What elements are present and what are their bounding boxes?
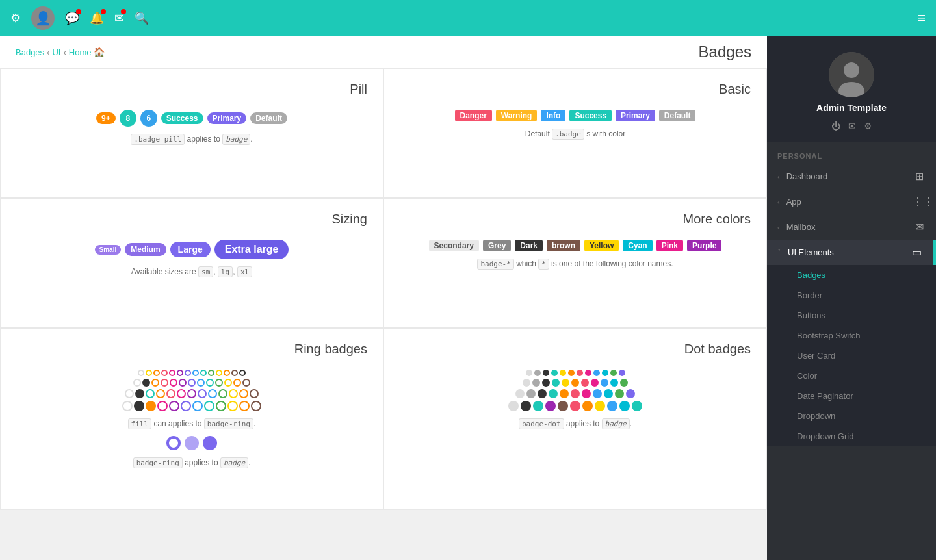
submenu-dropdown-grid[interactable]: Dropdown Grid xyxy=(767,426,936,446)
submenu-date-paginator[interactable]: Date Paginator xyxy=(767,386,936,406)
badge-primary: Primary xyxy=(207,112,247,124)
power-icon[interactable]: ⏻ xyxy=(831,121,840,131)
badge-ring-code2: badge-ring xyxy=(133,457,183,468)
ring-card-title: Ring badges xyxy=(16,342,367,357)
ring-dot xyxy=(134,401,144,411)
gear-icon[interactable]: ⚙ xyxy=(10,11,21,25)
breadcrumb-badges[interactable]: Badges xyxy=(16,47,44,57)
ring-desc2: badge-ring applies to badge. xyxy=(133,458,251,467)
badge-warning: Warning xyxy=(496,110,538,121)
ring-row-3 xyxy=(125,389,259,398)
badge-dot-code: badge-dot xyxy=(519,418,564,429)
ring-dot xyxy=(156,389,165,398)
badge-large: Large xyxy=(170,242,211,257)
sidebar-item-app-left: ‹ App xyxy=(777,197,801,207)
dot xyxy=(552,379,560,387)
mailbox-icon: ✉ xyxy=(913,221,926,233)
dot xyxy=(581,379,589,387)
breadcrumb-ui[interactable]: UI xyxy=(52,47,60,57)
badge-secondary: Secondary xyxy=(429,240,479,251)
ring-dot xyxy=(146,370,152,376)
pill-badges-row: 9+ 8 6 Success Primary Default xyxy=(96,110,287,127)
bell-icon[interactable]: 🔔 xyxy=(90,11,104,25)
submenu-user-card[interactable]: User Card xyxy=(767,346,936,366)
sidebar-item-ui-left: ˅ UI Elements xyxy=(777,248,834,257)
ring-dot xyxy=(224,370,230,376)
more-colors-title: More colors xyxy=(400,212,751,227)
dot xyxy=(585,370,592,376)
badge-grey: Grey xyxy=(483,240,511,251)
sidebar-item-ui-elements[interactable]: ˅ UI Elements ▭ xyxy=(767,240,936,265)
more-colors-badges-row: Secondary Grey Dark brown Yellow Cyan Pi… xyxy=(429,240,722,251)
breadcrumb-sep2: ‹ xyxy=(63,47,66,57)
ring-dot xyxy=(229,389,238,398)
cards-grid: Pill 9+ 8 6 Success Primary Default .bad… xyxy=(0,68,767,510)
basic-code: .badge xyxy=(552,129,584,140)
submenu-buttons[interactable]: Buttons xyxy=(767,305,936,325)
hamburger-button[interactable]: ≡ xyxy=(917,10,926,27)
ring-dot xyxy=(233,379,241,387)
ring-dot xyxy=(133,379,141,387)
dot xyxy=(626,389,635,398)
badge-6: 6 xyxy=(140,110,157,127)
ring-dot xyxy=(181,401,191,411)
settings-profile-icon[interactable]: ⚙ xyxy=(864,121,872,131)
sidebar-item-dashboard[interactable]: ‹ Dashboard ⊞ xyxy=(767,164,936,189)
breadcrumb-home[interactable]: Home xyxy=(69,47,92,57)
ring-filled-purple xyxy=(185,436,199,450)
basic-badges-row: Danger Warning Info Success Primary Defa… xyxy=(455,110,696,121)
submenu-dropdown[interactable]: Dropdown xyxy=(767,406,936,426)
dot xyxy=(582,389,591,398)
ring-dot xyxy=(251,401,261,411)
dot xyxy=(560,370,566,376)
submenu-bootstrap-switch[interactable]: Bootstrap Switch xyxy=(767,325,936,346)
dot xyxy=(591,379,599,387)
mail-icon[interactable]: ✉ xyxy=(114,11,124,25)
badge-success: Success xyxy=(161,112,203,124)
dot-row-2 xyxy=(523,379,628,387)
breadcrumb: Badges ‹ UI ‹ Home 🏠 xyxy=(16,47,105,57)
submenu-border[interactable]: Border xyxy=(767,285,936,305)
badge-code2: badge xyxy=(220,457,248,468)
more-colors-description: badge-* which * is one of the following … xyxy=(477,259,673,268)
badge-yellow: Yellow xyxy=(584,240,619,251)
sizing-description: Available sizes are sm, lg, xl xyxy=(131,267,252,276)
dot xyxy=(601,379,608,387)
badge-cyan: Cyan xyxy=(623,240,652,251)
profile-name: Admin Template xyxy=(816,103,887,113)
ring-dot xyxy=(242,379,250,387)
ring-dot xyxy=(146,401,156,411)
ring-dot xyxy=(138,370,144,376)
sidebar-item-app[interactable]: ‹ App ⋮⋮ xyxy=(767,189,936,214)
badge-dark: Dark xyxy=(515,240,543,251)
submenu-badges[interactable]: Badges xyxy=(767,265,936,285)
ring-solid-purple xyxy=(203,436,217,450)
basic-card-title: Basic xyxy=(400,82,751,97)
ring-card: Ring badges xyxy=(0,328,384,510)
sidebar-item-mailbox[interactable]: ‹ Mailbox ✉ xyxy=(767,214,936,240)
sizing-card: Sizing Small Medium Large Extra large Av… xyxy=(0,198,384,328)
ring-dot xyxy=(135,389,144,398)
search-icon[interactable]: 🔍 xyxy=(135,11,149,25)
ring-dot xyxy=(215,379,223,387)
mail-profile-icon[interactable]: ✉ xyxy=(848,121,856,131)
dot xyxy=(534,370,541,376)
svg-point-1 xyxy=(844,62,859,78)
ring-dot xyxy=(239,401,250,411)
ring-dot xyxy=(218,389,228,398)
chevron-left-app: ‹ xyxy=(777,198,780,206)
submenu-color[interactable]: Color xyxy=(767,366,936,386)
ring-dot xyxy=(204,401,214,411)
chat-icon[interactable]: 💬 xyxy=(65,11,79,25)
dot xyxy=(508,401,519,411)
chevron-left-dashboard: ‹ xyxy=(777,173,780,181)
ring-dot xyxy=(177,370,183,376)
ring-row-1 xyxy=(138,370,246,376)
ring-dot xyxy=(198,389,207,398)
pill-card-title: Pill xyxy=(16,82,367,97)
section-personal-label: PERSONAL xyxy=(767,142,936,164)
dot xyxy=(538,389,547,398)
ring-dot xyxy=(169,401,179,411)
dot xyxy=(620,379,628,387)
avatar[interactable]: 👤 xyxy=(31,6,55,30)
